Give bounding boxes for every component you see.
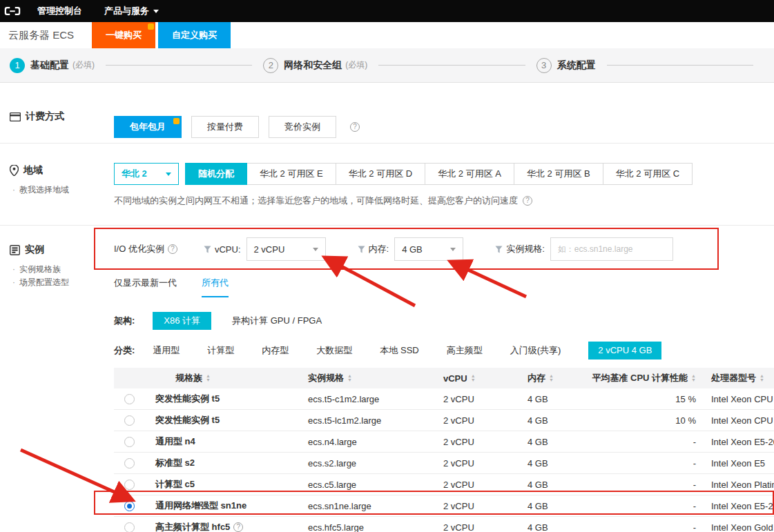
header-label: 内存 <box>528 372 545 384</box>
zone-option-e[interactable]: 华北 2 可用区 E <box>246 163 336 185</box>
aliyun-logo[interactable] <box>3 5 22 17</box>
zone-option-c[interactable]: 华北 2 可用区 C <box>603 163 693 185</box>
sort-icon[interactable]: ▲▼ <box>691 374 696 382</box>
vcpu-filter-group: vCPU: 2 vCPU <box>204 237 326 261</box>
category-bigdata[interactable]: 大数据型 <box>316 344 352 357</box>
sort-icon[interactable]: ▲▼ <box>471 374 476 382</box>
billing-option-spot-instance[interactable]: 竞价实例 <box>269 116 336 138</box>
category-general[interactable]: 通用型 <box>153 344 180 357</box>
filter-funnel-icon <box>358 246 365 253</box>
table-row-selected[interactable]: 通用网络增强型 sn1ne ecs.sn1ne.large 2 vCPU 4 G… <box>114 495 774 517</box>
spec-help-icon[interactable]: ? <box>233 522 243 532</box>
region-label: 地域 <box>23 164 43 177</box>
radio-button-selected[interactable] <box>124 501 135 511</box>
radio-button[interactable] <box>124 480 135 490</box>
category-high-freq[interactable]: 高主频型 <box>447 344 483 357</box>
spec-vcpu: 2 vCPU <box>429 415 516 426</box>
region-note-text: 不同地域的实例之间内网互不相通；选择靠近您客户的地域，可降低网络时延、提高您客户… <box>114 195 518 207</box>
region-help-link[interactable]: 教我选择地域 <box>12 184 114 197</box>
step-system-config[interactable]: 3 系统配置 <box>536 58 596 73</box>
billing-section-left: 计费方式 <box>0 83 114 143</box>
table-row[interactable]: 计算型 c5 ecs.c5.large 2 vCPU 4 GB - Intel … <box>114 474 774 495</box>
region-links: 教我选择地域 <box>10 184 114 197</box>
memory-select[interactable]: 4 GB <box>394 237 463 261</box>
table-row[interactable]: 突发性能实例 t5 ecs.t5-lc1m2.large 2 vCPU 4 GB… <box>114 410 774 431</box>
step-network-security[interactable]: 2 网络和安全组 (必填) <box>263 58 367 73</box>
radio-button[interactable] <box>124 415 135 426</box>
tab-custom-buy-label: 自定义购买 <box>172 30 217 40</box>
region-dropdown[interactable]: 华北 2 <box>114 163 179 185</box>
sort-icon[interactable]: ▲▼ <box>206 374 211 382</box>
billing-label: 计费方式 <box>26 110 64 123</box>
console-menu-item[interactable]: 管理控制台 <box>26 0 93 22</box>
memory-select-value: 4 GB <box>402 244 423 255</box>
spec-family: 通用网络增强型 sn1ne <box>155 500 246 512</box>
billing-option-subscription[interactable]: 包年包月 <box>114 116 182 138</box>
spec-baseline-perf: 10 % <box>583 415 700 426</box>
table-row[interactable]: 标准型 s2 ecs.s2.large 2 vCPU 4 GB - Intel … <box>114 453 774 474</box>
step-label: 基础配置 <box>30 59 69 72</box>
table-row[interactable]: 突发性能实例 t5 ecs.t5-c1m2.large 2 vCPU 4 GB … <box>114 388 774 410</box>
memory-filter-group: 内存: 4 GB <box>358 237 464 261</box>
sort-icon[interactable]: ▲▼ <box>760 374 764 382</box>
table-row[interactable]: 通用型 n4 ecs.n4.large 2 vCPU 4 GB - Intel … <box>114 431 774 453</box>
vcpu-select[interactable]: 2 vCPU <box>246 237 326 261</box>
step-connector <box>607 65 753 66</box>
arch-option-x86[interactable]: X86 计算 <box>153 312 211 330</box>
spec-memory: 4 GB <box>516 415 583 426</box>
step-basic-config[interactable]: 1 基础配置 (必填) <box>10 58 95 73</box>
step-progress-bar: 1 基础配置 (必填) 2 网络和安全组 (必填) 3 系统配置 <box>0 48 774 83</box>
zone-option-d[interactable]: 华北 2 可用区 D <box>336 163 425 185</box>
zone-option-b[interactable]: 华北 2 可用区 B <box>514 163 603 185</box>
spec-name: ecs.n4.large <box>302 437 429 447</box>
sort-icon[interactable]: ▲▼ <box>549 374 554 382</box>
step-label: 系统配置 <box>557 59 596 72</box>
spec-family: 计算型 c5 <box>155 478 195 491</box>
tab-latest-generation[interactable]: 仅显示最新一代 <box>114 277 177 297</box>
category-memory[interactable]: 内存型 <box>262 344 289 357</box>
billing-help-icon[interactable]: ? <box>350 122 360 132</box>
step-number-badge: 1 <box>10 58 25 73</box>
vcpu-filter-label: vCPU: <box>215 244 241 255</box>
radio-button[interactable] <box>124 437 135 447</box>
category-entry-shared[interactable]: 入门级(共享) <box>510 344 561 357</box>
instance-family-link[interactable]: 实例规格族 <box>12 263 114 276</box>
tab-all-generations[interactable]: 所有代 <box>202 277 229 297</box>
memory-filter-label: 内存: <box>369 243 389 255</box>
region-note: 不同地域的实例之间内网互不相通；选择靠近您客户的地域，可降低网络时延、提高您客户… <box>114 195 693 207</box>
header-label: vCPU <box>443 373 467 384</box>
header-baseline-perf: 平均基准 CPU 计算性能 ▲▼ <box>583 372 700 384</box>
radio-button[interactable] <box>124 522 135 532</box>
spec-search-input[interactable] <box>550 237 673 261</box>
table-row[interactable]: 高主频计算型 hfc5 ? ecs.hfc5.large 2 vCPU 4 GB… <box>114 517 774 532</box>
header-processor: 处理器型号 ▲▼ <box>700 372 774 384</box>
zone-option-random[interactable]: 随机分配 <box>185 163 247 185</box>
radio-button[interactable] <box>124 458 135 469</box>
products-menu-item[interactable]: 产品与服务 <box>93 0 170 22</box>
scenario-config-link[interactable]: 场景配置选型 <box>12 276 114 289</box>
arch-option-heterogeneous[interactable]: 异构计算 GPU / FPGA <box>232 315 322 327</box>
tab-custom-buy[interactable]: 自定义购买 <box>158 22 231 48</box>
spec-baseline-perf: - <box>583 501 700 511</box>
category-local-ssd[interactable]: 本地 SSD <box>380 344 418 357</box>
radio-button[interactable] <box>124 394 135 404</box>
region-help-icon[interactable]: ? <box>523 196 532 206</box>
architecture-label: 架构: <box>114 315 135 327</box>
billing-option-pay-as-you-go[interactable]: 按量付费 <box>191 116 259 138</box>
page-title: 云服务器 ECS <box>0 22 92 48</box>
instance-content: I/O 优化实例 ? vCPU: 2 vCPU 内存: 4 <box>114 226 774 532</box>
category-current-filter[interactable]: 2 vCPU 4 GB <box>588 342 661 359</box>
header-spec: 实例规格 ▲▼ <box>302 372 429 384</box>
spec-family: 标准型 s2 <box>155 457 195 469</box>
spec-name: ecs.hfc5.large <box>302 522 429 532</box>
sort-icon[interactable]: ▲▼ <box>347 374 352 382</box>
header-label: 规格族 <box>175 372 202 384</box>
zone-option-a[interactable]: 华北 2 可用区 A <box>425 163 514 185</box>
io-optimized-help-icon[interactable]: ? <box>168 244 177 254</box>
spec-vcpu: 2 vCPU <box>429 480 516 490</box>
spec-memory: 4 GB <box>516 480 583 490</box>
chevron-down-icon <box>450 248 456 251</box>
tab-quick-buy[interactable]: 一键购买 <box>92 22 155 48</box>
spec-family: 突发性能实例 t5 <box>155 393 220 405</box>
category-compute[interactable]: 计算型 <box>207 344 234 357</box>
